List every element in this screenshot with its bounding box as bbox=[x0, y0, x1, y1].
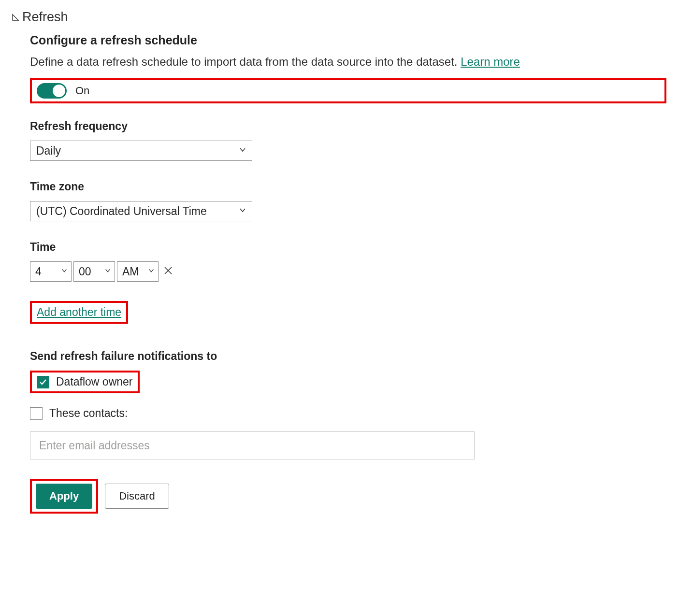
collapse-triangle-icon bbox=[12, 14, 19, 21]
remove-time-icon[interactable] bbox=[161, 264, 175, 279]
apply-button-highlight: Apply bbox=[30, 479, 98, 514]
section-title: Refresh bbox=[22, 10, 68, 25]
time-minute-select[interactable] bbox=[73, 261, 115, 282]
dataflow-owner-checkbox[interactable] bbox=[37, 376, 49, 388]
section-header-refresh[interactable]: Refresh bbox=[12, 10, 666, 25]
add-another-time-highlight: Add another time bbox=[30, 301, 128, 324]
learn-more-link[interactable]: Learn more bbox=[461, 55, 520, 68]
notifications-label: Send refresh failure notifications to bbox=[30, 350, 666, 363]
section-subtitle: Configure a refresh schedule bbox=[30, 33, 666, 47]
timezone-label: Time zone bbox=[30, 180, 666, 193]
schedule-toggle-highlight: On bbox=[30, 78, 666, 103]
time-ampm-select[interactable] bbox=[117, 261, 159, 282]
dataflow-owner-label: Dataflow owner bbox=[56, 375, 133, 388]
these-contacts-checkbox[interactable] bbox=[30, 407, 43, 420]
time-label: Time bbox=[30, 241, 666, 254]
section-description: Define a data refresh schedule to import… bbox=[30, 55, 666, 69]
these-contacts-label: These contacts: bbox=[49, 407, 128, 420]
apply-button[interactable]: Apply bbox=[36, 484, 92, 509]
refresh-frequency-select[interactable] bbox=[30, 141, 252, 161]
refresh-frequency-label: Refresh frequency bbox=[30, 120, 666, 133]
contacts-email-input[interactable] bbox=[30, 431, 475, 459]
schedule-toggle[interactable] bbox=[37, 83, 67, 99]
dataflow-owner-highlight: Dataflow owner bbox=[30, 371, 140, 393]
description-text: Define a data refresh schedule to import… bbox=[30, 55, 461, 68]
time-hour-select[interactable] bbox=[30, 261, 72, 282]
add-another-time-link[interactable]: Add another time bbox=[37, 306, 121, 319]
discard-button[interactable]: Discard bbox=[105, 484, 169, 509]
schedule-toggle-label: On bbox=[75, 85, 89, 97]
timezone-select[interactable] bbox=[30, 201, 252, 221]
